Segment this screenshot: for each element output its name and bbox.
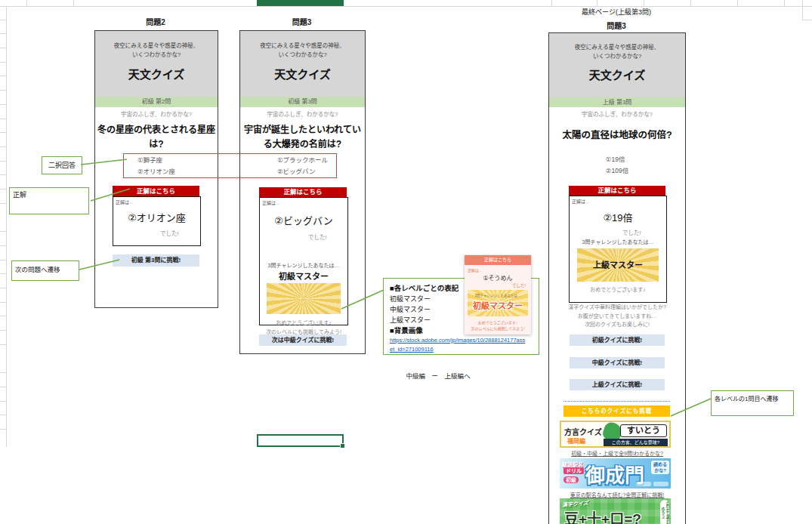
phone-master-label: 初級マスター — [468, 299, 528, 311]
callout-correct: 正解 — [9, 187, 89, 214]
ad-side-note: 合わせて漢字を作ろう! — [660, 500, 669, 524]
ad-badge3: 初級 — [563, 476, 579, 483]
dashed-separator — [563, 401, 670, 402]
answer-text: ②オリオン座 — [113, 210, 200, 224]
dialect-bubble: すいとう — [620, 424, 667, 437]
card-title: 天文クイズ — [549, 66, 685, 82]
answer-prefix: 正解は… — [572, 198, 590, 205]
phone-answer-prefix: 正解は… — [468, 267, 483, 273]
answer-banner: 正解はこちら — [569, 186, 665, 196]
answer-suffix: でした! — [622, 228, 641, 236]
gridline-stub — [597, 0, 597, 6]
card-title: 天文クイズ — [95, 66, 218, 82]
phone-congrats1: おめでとうございます♪ — [465, 319, 531, 325]
intro-line2: いくつわかるかな? — [132, 51, 181, 58]
next-question-button[interactable]: 初級 第3問に挑戦! — [113, 254, 199, 267]
question-text: 太陽の直径は地球の何倍? — [549, 128, 685, 143]
ad-banner-kanji-puzzle[interactable]: 漢字クイズ 豆+十+口=? 合わせて漢字を作ろう! — [560, 498, 671, 524]
ad-pill — [636, 482, 651, 486]
intermediate-quiz-button[interactable]: 中級クイズに挑戦! — [570, 357, 665, 368]
option-1[interactable]: ①19倍 — [606, 154, 628, 165]
question-text: 冬の星座の代表とされる星座は? — [95, 123, 218, 152]
answer-banner: 正解はこちら — [259, 187, 347, 197]
card2-label: 問題3 — [239, 16, 364, 27]
outro-line3: 次回のクイズもお楽しみに! — [549, 320, 685, 329]
ad-pill — [653, 482, 668, 486]
gridline-top — [0, 6, 812, 7]
gridline-stub — [737, 0, 738, 6]
challenge-note: 3問チャレンジしたあなたは… — [570, 238, 666, 245]
sunburst-image: 上級マスター — [577, 248, 659, 282]
answer-box: 正解は… ②ビッグバン でした! 3問チャレンジしたあなたは… 初級マスター お… — [259, 197, 348, 325]
beginner-quiz-button[interactable]: 初級クイズに挑戦! — [570, 334, 665, 346]
answer-box: 正解は… ②オリオン座 でした! — [113, 196, 201, 246]
gridline-stub — [690, 0, 691, 6]
callout-level-first: 各レベルの1問目へ遷移 — [711, 390, 794, 416]
congrats-line1: おめでとうございます♪ — [570, 285, 666, 293]
row-gridlines — [0, 6, 6, 438]
gridline-stub — [73, 0, 74, 6]
options-block: ①19倍 ②109倍 — [549, 154, 685, 177]
level-band: 初級 第2問 — [95, 97, 218, 107]
answer-suffix: でした! — [308, 233, 327, 241]
gridline-stub — [26, 0, 27, 6]
intro-line2: いくつわかるかな? — [278, 51, 326, 58]
spreadsheet-canvas: 最終ページ(上級第3問) 問題2 問題3 問題3 夜空にみえる星々や惑星の神秘、… — [0, 0, 812, 524]
options-highlight-rect — [123, 153, 337, 178]
answer-banner: 正解はこちら — [113, 186, 199, 196]
card-header: 夜空にみえる星々や惑星の神秘、 いくつわかるかな? 天文クイズ — [95, 31, 218, 97]
card-subtitle: 宇宙のふしぎ、わかるかな? — [549, 109, 685, 118]
stock-image-link[interactable]: https://stock.adobe.com/jp/images/10/288… — [390, 336, 533, 354]
quiz-card-advanced-q3: 夜空にみえる星々や惑星の神秘、 いくつわかるかな? 天文クイズ 上級 第3問 宇… — [548, 32, 686, 524]
card-header: 夜空にみえる星々や惑星の神秘、 いくつわかるかな? 天文クイズ — [240, 31, 365, 97]
ad-banner-station-drill[interactable]: 難読駅名 ドリル 初級 御成門 読める かな? — [560, 458, 671, 489]
dialect-quiz-link[interactable]: 初級・中級・上級で全9問!わかるかな? — [549, 449, 685, 457]
outro-line2: お腹が空いてきてしまいますね… — [549, 312, 685, 321]
phone-answer-banner: 正解はこちら — [465, 255, 531, 265]
more-quizzes-button[interactable]: こちらのクイズにも挑戦 — [563, 405, 670, 417]
top-note: 最終ページ(上級第3問) — [548, 7, 684, 17]
congrats-line1: おめでとうございます♪ — [260, 319, 347, 326]
intro-line1: 夜空にみえる星々や惑星の神秘、 — [575, 44, 659, 51]
intro-line2: いくつわかるかな? — [593, 53, 641, 60]
stock-link-line1: https://stock.adobe.com/jp/images/10/288… — [390, 337, 525, 344]
next-level-button[interactable]: 次は中級クイズに挑戦! — [259, 334, 347, 346]
answer-suffix: でした! — [160, 229, 179, 237]
option-2[interactable]: ②109倍 — [606, 165, 628, 177]
intro-line1: 夜空にみえる星々や惑星の神秘、 — [260, 42, 344, 49]
card-intro: 夜空にみえる星々や惑星の神秘、 いくつわかるかな? — [240, 42, 365, 60]
phone-answer-suffix: でした! — [512, 282, 526, 288]
flow-note: 中級編 ー 上級編へ — [381, 371, 495, 380]
gridline-stub — [644, 0, 644, 6]
gridline-left-column — [6, 6, 7, 447]
answer-text: ②19倍 — [570, 210, 666, 224]
challenge-note: 3問チャレンジしたあなたは… — [260, 261, 347, 269]
answer-prefix: 正解は… — [262, 199, 280, 206]
gridline-stub — [551, 0, 552, 6]
phone-congrats2: 次のレベルにも挑戦してみよう! — [465, 325, 531, 331]
gridline-stub — [784, 0, 785, 6]
ad-tagline: この方言、どんな意味? — [604, 439, 668, 446]
gridline-right-row — [802, 20, 812, 20]
ad-badge2: ドリル — [563, 467, 584, 474]
level-band: 上級 第3問 — [549, 97, 685, 107]
intro-line1: 夜空にみえる星々や惑星の神秘、 — [114, 42, 199, 49]
level-band: 初級 第3問 — [240, 97, 365, 107]
reference-screenshot: 正解はこちら 正解は… ①そうめん でした! 3問チャレンジしたあなたは… 初級… — [465, 255, 531, 334]
card-subtitle: 宇宙のふしぎ、わかるかな? — [240, 109, 365, 118]
phone-challenge-note: 3問チャレンジしたあなたは… — [468, 293, 528, 297]
answer-text: ②ビッグバン — [260, 213, 347, 227]
ad-side-note: 読める かな? — [651, 461, 669, 474]
master-label: 初級マスター — [260, 270, 347, 282]
options-list: ①19倍 ②109倍 — [606, 154, 628, 177]
card-header: 夜空にみえる星々や惑星の神秘、 いくつわかるかな? 天文クイズ — [549, 33, 685, 97]
advanced-quiz-button[interactable]: 上級クイズに挑戦! — [570, 379, 665, 390]
answer-prefix: 正解は… — [116, 199, 134, 205]
callout-next-question: 次の問題へ遷移 — [11, 260, 79, 281]
card-subtitle: 宇宙のふしぎ、わかるかな? — [95, 109, 218, 118]
ad-banner-dialect-quiz[interactable]: 方言クイズ 福岡編 すいとう この方言、どんな意味? — [560, 421, 671, 448]
gridline-right — [802, 0, 803, 20]
station-drill-link[interactable]: 東京の駅名なんて読む?全問正解に挑戦! — [549, 491, 685, 498]
selected-cell[interactable] — [257, 434, 344, 447]
fill-handle[interactable] — [340, 443, 345, 448]
